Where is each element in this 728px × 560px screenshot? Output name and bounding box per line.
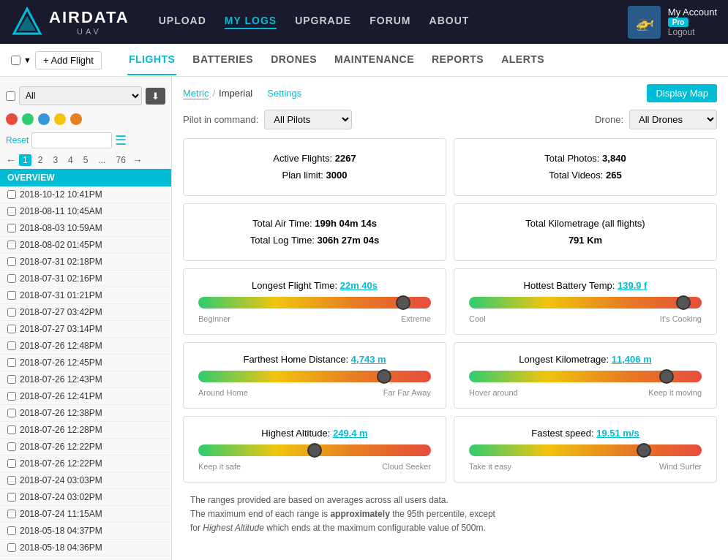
flight-item[interactable]: 2018-07-26 12:41PM [0, 388, 171, 405]
drone-select[interactable]: All Drones [629, 110, 717, 129]
flight-item[interactable]: 2018-07-31 02:18PM [0, 254, 171, 270]
flight-checkbox[interactable] [7, 207, 16, 216]
next-page-button[interactable]: → [132, 154, 143, 166]
flight-checkbox[interactable] [7, 224, 16, 232]
search-input[interactable] [31, 132, 112, 148]
flight-checkbox[interactable] [7, 543, 16, 552]
flight-checkbox[interactable] [7, 308, 16, 317]
speed-labels: Take it easy Wind Surfer [469, 462, 702, 471]
flight-item[interactable]: 2018-08-03 10:59AM [0, 220, 171, 237]
page-4[interactable]: 4 [64, 154, 77, 166]
tab-batteries[interactable]: BATTERIES [191, 45, 255, 75]
header: AIRDATA UAV UPLOAD MY LOGS UPGRADE FORUM… [0, 0, 728, 44]
flight-item[interactable]: 2018-05-18 04:36PM [0, 540, 171, 556]
flight-item[interactable]: 2018-07-26 12:28PM [0, 422, 171, 439]
flight-date: 2018-07-26 12:22PM [20, 442, 102, 452]
sidebar-filter-select[interactable]: All [19, 86, 142, 105]
prev-page-button[interactable]: ← [6, 154, 16, 166]
sidebar-download-button[interactable]: ⬇ [146, 88, 165, 105]
flight-item[interactable]: 2018-07-26 12:43PM [0, 371, 171, 388]
flight-item[interactable]: 2018-05-18 04:36PM [0, 556, 171, 560]
flight-checkbox[interactable] [7, 358, 16, 367]
flight-checkbox[interactable] [7, 375, 16, 384]
flight-checkbox[interactable] [7, 510, 16, 518]
color-filter-blue[interactable] [38, 113, 50, 125]
color-filter-orange[interactable] [70, 113, 82, 125]
flight-checkbox[interactable] [7, 425, 16, 434]
pilot-select[interactable]: All Pilots [264, 110, 352, 129]
select-all-checkbox[interactable] [11, 56, 20, 65]
color-filter-yellow[interactable] [54, 113, 66, 125]
flight-checkbox[interactable] [7, 257, 16, 266]
flight-item[interactable]: 2018-07-24 03:02PM [0, 489, 171, 506]
flight-item[interactable]: 2018-07-27 03:14PM [0, 321, 171, 338]
tab-flights[interactable]: FLIGHTS [127, 45, 176, 75]
page-last[interactable]: 76 [112, 154, 129, 166]
flight-checkbox[interactable] [7, 409, 16, 417]
footnote-line2: The maximum end of each range is approxi… [190, 507, 710, 535]
flight-checkbox[interactable] [7, 493, 16, 502]
flight-item[interactable]: 2018-07-26 12:45PM [0, 355, 171, 371]
flight-checkbox[interactable] [7, 291, 16, 300]
flight-checkbox[interactable] [7, 341, 16, 350]
flight-checkbox[interactable] [7, 459, 16, 468]
settings-link[interactable]: Settings [267, 88, 301, 99]
page-2[interactable]: 2 [34, 154, 47, 166]
flight-item[interactable]: 2018-05-18 04:37PM [0, 523, 171, 540]
flight-item[interactable]: 2018-07-26 12:38PM [0, 405, 171, 422]
flight-item[interactable]: 2018-07-24 11:15AM [0, 506, 171, 523]
nav-forum[interactable]: FORUM [369, 15, 410, 29]
flight-item[interactable]: 2018-07-27 03:42PM [0, 304, 171, 321]
air-time-value: 199h 04m 14s [315, 218, 377, 229]
metric-link[interactable]: Metric [183, 88, 209, 99]
nav-upload[interactable]: UPLOAD [159, 15, 206, 29]
longest-km-label: Longest Kilometrage: [519, 354, 611, 365]
page-3[interactable]: 3 [49, 154, 61, 166]
flight-checkbox[interactable] [7, 325, 16, 333]
page-1[interactable]: 1 [19, 154, 31, 166]
flight-checkbox[interactable] [7, 526, 16, 535]
battery-temp-gauge [469, 297, 702, 309]
flight-item[interactable]: 2018-08-02 01:45PM [0, 237, 171, 254]
home-distance-labels: Around Home Far Far Away [198, 388, 431, 397]
flight-item[interactable]: 2018-07-26 12:48PM [0, 338, 171, 355]
tab-alerts[interactable]: ALERTS [500, 45, 546, 75]
overview-item[interactable]: OVERVIEW [0, 169, 171, 186]
flight-item[interactable]: 2018-07-26 12:22PM [0, 439, 171, 455]
add-flight-button[interactable]: + Add Flight [35, 51, 102, 69]
nav-my-logs[interactable]: MY LOGS [225, 15, 277, 29]
dropdown-arrow[interactable]: ▼ [23, 56, 31, 64]
tab-reports[interactable]: REPORTS [430, 45, 485, 75]
flight-checkbox[interactable] [7, 476, 16, 485]
color-filter-red[interactable] [6, 113, 18, 125]
tab-maintenance[interactable]: MAINTENANCE [333, 45, 416, 75]
flight-date: 2018-07-31 01:21PM [20, 290, 102, 300]
flight-checkbox[interactable] [7, 274, 16, 283]
flight-item[interactable]: 2018-07-31 01:21PM [0, 287, 171, 304]
longest-km-right-label: Keep it moving [648, 388, 702, 397]
flight-item[interactable]: 2018-08-11 10:45AM [0, 203, 171, 220]
imperial-link[interactable]: Imperial [219, 88, 252, 99]
page-5[interactable]: 5 [80, 154, 92, 166]
flight-item[interactable]: 2018-10-12 10:41PM [0, 186, 171, 203]
nav-upgrade[interactable]: UPGRADE [295, 15, 351, 29]
flight-item[interactable]: 2018-07-24 03:03PM [0, 472, 171, 489]
sidebar-checkbox[interactable] [6, 91, 15, 101]
reset-button[interactable]: Reset [6, 135, 29, 145]
flight-checkbox[interactable] [7, 241, 16, 249]
home-distance-label: Farthest Home Distance: [243, 354, 350, 365]
tab-drones[interactable]: DRONES [269, 45, 318, 75]
separator: / [212, 88, 215, 99]
flight-item[interactable]: 2018-07-31 02:16PM [0, 270, 171, 287]
flight-checkbox[interactable] [7, 190, 16, 199]
flight-checkbox[interactable] [7, 442, 16, 451]
nav-about[interactable]: ABOUT [429, 15, 470, 29]
display-map-button[interactable]: Display Map [647, 84, 717, 102]
logout-link[interactable]: Logout [668, 27, 695, 37]
menu-icon[interactable]: ☰ [115, 132, 127, 148]
color-filter-green[interactable] [22, 113, 34, 125]
flight-item[interactable]: 2018-07-26 12:22PM [0, 455, 171, 472]
page-ellipsis: ... [94, 154, 109, 166]
flight-checkbox[interactable] [7, 392, 16, 401]
account-name[interactable]: My Account [668, 7, 717, 18]
